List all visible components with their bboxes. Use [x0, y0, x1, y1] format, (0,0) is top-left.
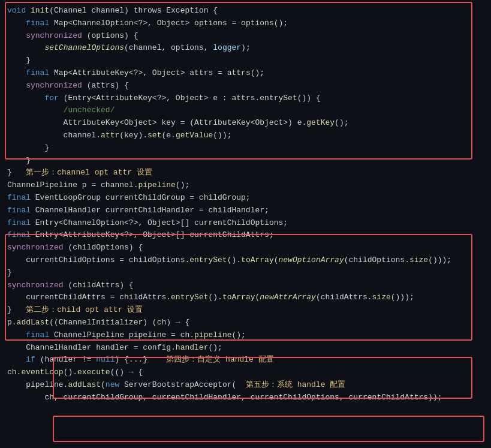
code-line: synchronized (childOptions) {	[7, 242, 484, 254]
code-line: synchronized (attrs) {	[7, 80, 484, 92]
code-line: void init(Channel channel) throws Except…	[7, 5, 484, 17]
code-line: }	[7, 142, 484, 155]
code-line: } 第二步：child opt attr 设置	[7, 304, 484, 317]
code-line: setChannelOptions(channel, options, logg…	[7, 42, 484, 55]
code-content: void init(Channel channel) throws Except…	[7, 5, 484, 404]
code-line: AttributeKey<Object> key = (AttributeKey…	[7, 117, 484, 130]
code-line: currentChildOptions = childOptions.entry…	[7, 254, 484, 267]
code-line: if (handler != null) {...} 第四步：自定义 handl…	[7, 354, 484, 366]
code-line: }	[7, 155, 484, 167]
code-line: } 第一步：channel opt attr 设置	[7, 167, 484, 179]
code-line: }	[7, 55, 484, 67]
code-line: final EventLoopGroup currentChildGroup =…	[7, 192, 484, 205]
code-line: final Map<AttributeKey<?>, Object> attrs…	[7, 67, 484, 80]
code-line: channel.attr(key).set(e.getValue());	[7, 130, 484, 142]
code-line: final ChannelPipeline pipeline = ch.pipe…	[7, 329, 484, 342]
code-line: final Map<ChannelOption<?>, Object> opti…	[7, 17, 484, 30]
code-line: final Entry<AttributeKey<?>, Object>[] c…	[7, 229, 484, 242]
code-line: synchronized (options) {	[7, 30, 484, 43]
code-line: pipeline.addLast(new ServerBootstrapAcce…	[7, 379, 484, 392]
code-line: for (Entry<AttributeKey<?>, Object> e : …	[7, 92, 484, 105]
code-line: currentChildAttrs = childAttrs.entrySet(…	[7, 291, 484, 304]
code-line: ChannelPipeline p = channel.pipeline();	[7, 179, 484, 192]
code-line: ChannelHandler handler = config.handler(…	[7, 342, 484, 354]
code-viewer: void init(Channel channel) throws Except…	[0, 0, 491, 448]
code-line: ch, currentChildGroup, currentChildHandl…	[7, 392, 484, 404]
code-line: }	[7, 267, 484, 279]
code-line: p.addLast((ChannelInitializer) (ch) → {	[7, 317, 484, 329]
code-line: ch.eventLoop().execute(() → {	[7, 366, 484, 379]
code-line: synchronized (childAttrs) {	[7, 279, 484, 292]
step5-highlight-box	[53, 416, 484, 442]
code-line: final ChannelHandler currentChildHandler…	[7, 205, 484, 217]
code-line: final Entry<ChannelOption<?>, Object>[] …	[7, 217, 484, 230]
code-line: /unchecked/	[7, 104, 484, 117]
